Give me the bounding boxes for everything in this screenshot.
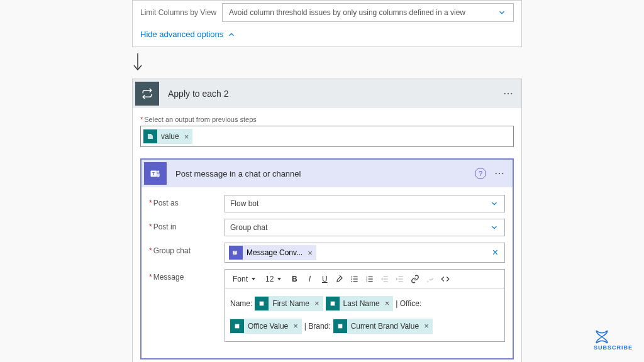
- help-icon[interactable]: ?: [475, 168, 486, 179]
- font-select[interactable]: Font: [229, 275, 260, 283]
- clear-input-icon[interactable]: ×: [490, 247, 501, 258]
- post-as-select[interactable]: Flow bot: [225, 195, 505, 212]
- message-label: Message: [149, 269, 225, 282]
- svg-point-14: [352, 276, 353, 277]
- unlink-button[interactable]: [423, 272, 437, 286]
- limit-columns-row: Limit Columns by View Avoid column thres…: [140, 3, 514, 22]
- dna-icon: [594, 329, 633, 344]
- chevron-down-icon: [489, 222, 499, 233]
- group-chat-token-label: Message Conv...: [247, 248, 303, 257]
- subscribe-watermark: SUBSCRIBE: [594, 329, 633, 351]
- sharepoint-icon: [255, 297, 269, 310]
- svg-rect-26: [384, 276, 388, 277]
- value-token-label: value: [161, 132, 179, 141]
- svg-text:T: T: [234, 251, 236, 255]
- italic-button[interactable]: I: [303, 272, 316, 286]
- svg-point-8: [499, 173, 500, 174]
- sharepoint-icon: [333, 319, 347, 333]
- apply-to-each-card: Apply to each 2 Select an output from pr…: [132, 79, 522, 362]
- post-message-title: Post message in a chat or channel: [169, 169, 475, 178]
- post-as-value: Flow bot: [230, 199, 258, 208]
- indent-button[interactable]: [393, 272, 407, 286]
- svg-rect-30: [399, 276, 403, 277]
- post-as-label: Post as: [149, 195, 225, 207]
- value-token[interactable]: value ×: [143, 129, 192, 144]
- svg-marker-13: [277, 278, 281, 280]
- apply-to-each-menu[interactable]: [495, 88, 521, 99]
- message-editor[interactable]: Font 12 B I U: [225, 269, 505, 342]
- post-message-card: T Post message in a chat or channel ? Po…: [140, 158, 514, 359]
- message-body[interactable]: Name: First Name × Last Name ×: [225, 288, 504, 341]
- post-in-select[interactable]: Group chat: [225, 219, 505, 236]
- sharepoint-icon: [326, 297, 340, 310]
- group-chat-label: Group chat: [149, 243, 225, 255]
- size-select[interactable]: 12: [262, 275, 286, 283]
- last-name-token[interactable]: Last Name ×: [326, 296, 394, 311]
- flow-arrow: [132, 53, 522, 72]
- apply-to-each-body: Select an output from previous steps val…: [133, 108, 521, 362]
- previous-action-card: Limit Columns by View Avoid column thres…: [132, 0, 522, 47]
- svg-rect-32: [399, 281, 403, 282]
- svg-point-9: [502, 173, 503, 174]
- remove-token-icon[interactable]: ×: [384, 295, 391, 312]
- hide-advanced-label: Hide advanced options: [140, 30, 223, 39]
- svg-rect-15: [353, 276, 358, 277]
- limit-columns-label: Limit Columns by View: [140, 8, 217, 17]
- remove-token-icon[interactable]: ×: [183, 132, 191, 141]
- limit-columns-select[interactable]: Avoid column threshold issues by only us…: [222, 3, 514, 22]
- loop-icon: [135, 82, 159, 106]
- teams-icon: T: [229, 246, 243, 260]
- link-button[interactable]: [408, 272, 422, 286]
- svg-point-16: [352, 278, 353, 280]
- editor-toolbar: Font 12 B I U: [225, 270, 504, 288]
- svg-rect-21: [369, 276, 373, 277]
- svg-text:3: 3: [367, 280, 368, 282]
- limit-columns-value: Avoid column threshold issues by only us…: [229, 8, 465, 17]
- svg-point-18: [352, 280, 353, 282]
- teams-icon: T: [144, 162, 167, 185]
- hide-advanced-link[interactable]: Hide advanced options: [140, 30, 514, 39]
- post-message-menu[interactable]: [494, 168, 513, 179]
- subscribe-label: SUBSCRIBE: [594, 344, 633, 351]
- svg-marker-12: [252, 278, 255, 280]
- number-list-button[interactable]: 123: [363, 272, 377, 286]
- svg-rect-19: [353, 280, 358, 281]
- remove-token-icon[interactable]: ×: [292, 317, 299, 335]
- svg-point-6: [157, 170, 160, 173]
- remove-token-icon[interactable]: ×: [423, 317, 430, 335]
- name-prefix: Name:: [230, 295, 252, 312]
- outdent-button[interactable]: [378, 272, 392, 286]
- chevron-down-icon: [497, 8, 507, 18]
- bullet-list-button[interactable]: [348, 272, 362, 286]
- svg-point-1: [504, 93, 506, 94]
- remove-token-icon[interactable]: ×: [306, 248, 314, 258]
- underline-button[interactable]: U: [318, 272, 331, 286]
- svg-rect-28: [384, 281, 388, 282]
- svg-rect-36: [235, 324, 240, 329]
- brand-prefix: | Brand:: [304, 317, 331, 335]
- chevron-up-icon: [227, 30, 236, 39]
- sharepoint-icon: [230, 319, 244, 333]
- svg-rect-27: [384, 278, 388, 279]
- office-value-token[interactable]: Office Value ×: [230, 319, 302, 334]
- highlight-button[interactable]: [333, 272, 347, 286]
- svg-rect-37: [338, 324, 342, 329]
- chevron-down-icon: [489, 199, 499, 209]
- svg-text:T: T: [152, 171, 155, 177]
- svg-rect-31: [399, 278, 403, 279]
- group-chat-token[interactable]: T Message Conv... ×: [229, 245, 316, 260]
- office-prefix: | Office:: [396, 295, 421, 312]
- post-message-header[interactable]: T Post message in a chat or channel ?: [142, 160, 513, 187]
- bold-button[interactable]: B: [287, 272, 301, 286]
- svg-point-7: [496, 173, 497, 174]
- svg-point-2: [508, 93, 509, 94]
- brand-value-token[interactable]: Current Brand Value ×: [333, 319, 433, 334]
- select-output-input[interactable]: value ×: [140, 126, 514, 147]
- select-output-label: Select an output from previous steps: [140, 116, 514, 123]
- apply-to-each-header[interactable]: Apply to each 2: [133, 79, 521, 108]
- group-chat-input[interactable]: T Message Conv... × ×: [225, 243, 505, 263]
- code-view-button[interactable]: [438, 272, 452, 286]
- svg-rect-17: [353, 278, 358, 279]
- first-name-token[interactable]: First Name ×: [255, 296, 323, 311]
- remove-token-icon[interactable]: ×: [313, 295, 321, 312]
